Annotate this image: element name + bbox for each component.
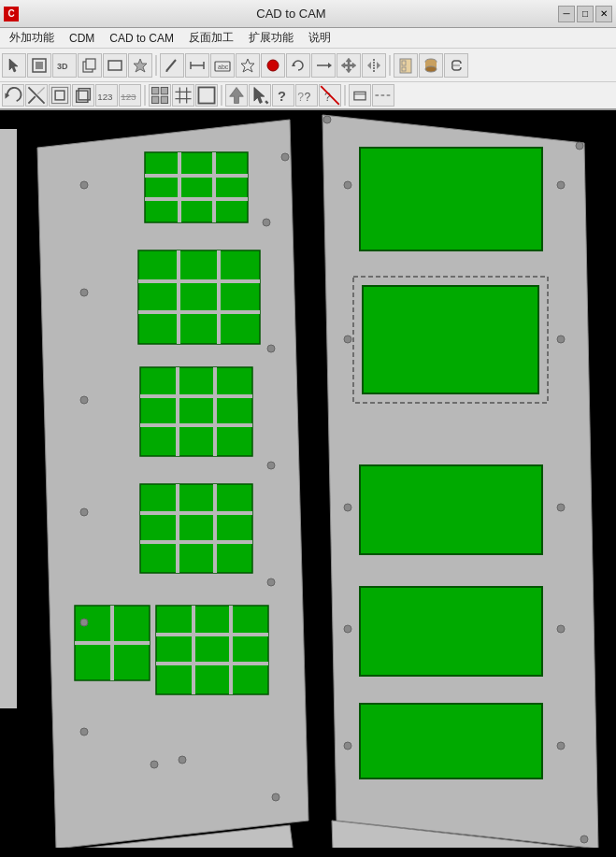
toolbar1-cylinder-btn[interactable] — [419, 53, 443, 78]
svg-rect-107 — [360, 148, 542, 250]
toolbar1-sep1 — [155, 55, 157, 76]
toolbar1-arrow-btn[interactable] — [311, 53, 336, 78]
svg-rect-6 — [108, 61, 122, 70]
svg-rect-111 — [360, 587, 542, 676]
svg-rect-49 — [198, 87, 214, 103]
svg-point-99 — [179, 756, 186, 764]
toolbar2-question2-btn[interactable]: ?? — [295, 84, 318, 107]
svg-marker-7 — [134, 59, 147, 72]
menu-help[interactable]: 说明 — [301, 28, 338, 48]
close-button[interactable]: ✕ — [595, 6, 612, 22]
svg-point-124 — [580, 836, 588, 843]
svg-marker-51 — [254, 87, 265, 103]
menu-extended-functions[interactable]: 扩展功能 — [241, 28, 301, 48]
cad-drawing — [0, 110, 616, 848]
toolbar1-rect-btn[interactable] — [103, 53, 127, 78]
svg-rect-87 — [156, 606, 268, 694]
svg-rect-41 — [151, 87, 158, 93]
svg-point-114 — [344, 336, 351, 343]
svg-rect-64 — [145, 152, 248, 222]
toolbar1-circle-btn[interactable] — [261, 53, 285, 78]
toolbar1-rotate-btn[interactable] — [286, 53, 310, 78]
svg-marker-23 — [377, 62, 380, 69]
svg-point-92 — [80, 181, 88, 189]
toolbar1-copy-btn[interactable] — [78, 53, 102, 78]
minimize-button[interactable]: ─ — [558, 6, 575, 22]
menu-cdm[interactable]: CDM — [62, 30, 102, 47]
toolbar1-move-btn[interactable] — [2, 53, 26, 78]
svg-text:?: ? — [297, 91, 304, 104]
svg-marker-15 — [241, 59, 254, 72]
toolbar1-tag-btn[interactable]: abc — [210, 53, 235, 78]
toolbar2-question-btn[interactable]: ? — [272, 84, 294, 107]
toolbar1-pencil-btn[interactable] — [160, 53, 184, 78]
svg-point-118 — [557, 181, 565, 189]
svg-rect-112 — [360, 704, 542, 778]
toolbar2-arrowup-btn[interactable] — [225, 84, 248, 107]
toolbar2-num1-btn[interactable]: 123 — [95, 84, 118, 107]
maximize-button[interactable]: □ — [577, 6, 594, 22]
toolbar2-extend-btn[interactable] — [49, 84, 71, 107]
toolbar2-rect2-btn[interactable] — [195, 84, 218, 107]
svg-point-98 — [150, 761, 158, 768]
toolbar2-num2-btn[interactable]: 123 — [119, 84, 141, 107]
toolbar1-flip-btn[interactable] — [362, 53, 386, 78]
svg-marker-19 — [328, 63, 332, 68]
toolbar2-extra-btn[interactable] — [372, 84, 394, 107]
svg-rect-35 — [51, 87, 67, 103]
svg-point-113 — [344, 181, 351, 189]
toolbar1-star2-btn[interactable] — [236, 53, 260, 78]
svg-point-115 — [344, 504, 351, 511]
svg-point-97 — [80, 728, 88, 736]
toolbar1-link-btn[interactable] — [444, 53, 468, 78]
svg-rect-2 — [36, 62, 43, 69]
toolbar1: 3D abc — [0, 49, 616, 82]
svg-rect-110 — [360, 465, 542, 554]
toolbar1-door-btn[interactable] — [394, 53, 418, 78]
toolbar1-3d-btn[interactable]: 3D — [52, 53, 77, 78]
menu-cad-to-cam[interactable]: CAD to CAM — [102, 30, 181, 47]
svg-marker-0 — [9, 59, 18, 72]
toolbar2-undo-btn[interactable] — [2, 84, 24, 107]
svg-point-95 — [80, 508, 88, 516]
toolbar2-grid2-btn[interactable] — [172, 84, 194, 107]
toolbar1-block-btn[interactable] — [27, 53, 51, 78]
toolbar2-small-icon-btn[interactable] — [349, 84, 371, 107]
svg-text:?: ? — [305, 91, 311, 104]
svg-point-116 — [344, 625, 351, 633]
svg-rect-42 — [161, 87, 167, 93]
svg-line-34 — [37, 87, 44, 93]
svg-line-8 — [166, 60, 176, 71]
svg-point-105 — [267, 578, 275, 586]
title-controls: ─ □ ✕ — [558, 6, 612, 22]
svg-text:abc: abc — [218, 64, 229, 70]
svg-point-96 — [80, 619, 88, 626]
toolbar2-sep1 — [144, 85, 146, 106]
menu-extra-functions[interactable]: 外加功能 — [2, 28, 62, 48]
toolbar1-pan-btn[interactable] — [337, 53, 361, 78]
toolbar2-grid-btn[interactable] — [149, 84, 171, 107]
menu-reverse-machining[interactable]: 反面加工 — [181, 28, 241, 48]
svg-point-101 — [281, 153, 289, 161]
toolbar2: 123 123 ? ?? ? — [0, 82, 616, 110]
toolbar1-dimension-btn[interactable] — [185, 53, 209, 78]
title-text: CAD to CAM — [24, 7, 558, 21]
svg-text:3D: 3D — [57, 62, 68, 71]
toolbar1-star-btn[interactable] — [128, 53, 152, 78]
toolbar2-trim-btn[interactable] — [25, 84, 48, 107]
toolbar2-box-btn[interactable] — [72, 84, 94, 107]
svg-point-126 — [576, 142, 583, 150]
svg-point-120 — [557, 504, 565, 511]
viewport[interactable] — [0, 110, 616, 848]
svg-point-29 — [425, 66, 437, 72]
app-icon: C — [4, 7, 19, 21]
svg-rect-43 — [151, 96, 158, 103]
svg-rect-44 — [161, 96, 167, 103]
svg-point-121 — [557, 625, 565, 633]
toolbar2-cursor-btn[interactable] — [249, 84, 271, 107]
svg-rect-79 — [140, 484, 252, 573]
toolbar2-question3-btn[interactable]: ? — [319, 84, 341, 107]
svg-rect-69 — [138, 250, 260, 344]
svg-rect-74 — [140, 367, 252, 456]
svg-point-119 — [557, 336, 565, 343]
